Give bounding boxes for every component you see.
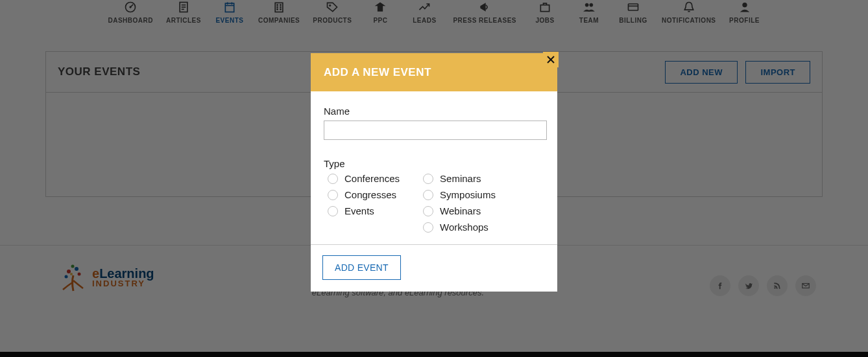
radio-label: Symposiums [440, 189, 496, 200]
modal-title: ADD A NEW EVENT [311, 53, 557, 91]
radio-icon [423, 190, 433, 200]
modal-close-button[interactable] [543, 52, 559, 67]
event-name-input[interactable] [324, 121, 547, 140]
type-field-label: Type [324, 158, 544, 169]
event-type-radio[interactable]: Congresses [328, 189, 400, 200]
name-field-label: Name [324, 106, 544, 117]
radio-icon [328, 174, 338, 184]
radio-label: Webinars [440, 205, 481, 216]
add-event-modal: ADD A NEW EVENT Name Type ConferencesCon… [311, 53, 557, 292]
event-type-radio[interactable]: Events [328, 205, 400, 216]
radio-label: Seminars [440, 173, 481, 184]
radio-label: Conferences [344, 173, 400, 184]
event-type-radio[interactable]: Workshops [423, 222, 496, 233]
radio-icon [423, 222, 433, 233]
radio-label: Events [344, 205, 374, 216]
modal-body: Name Type ConferencesCongressesEvents Se… [311, 91, 557, 244]
add-event-submit-button[interactable]: ADD EVENT [322, 255, 401, 280]
radio-label: Workshops [440, 222, 488, 233]
radio-icon [423, 206, 433, 216]
event-type-radio[interactable]: Webinars [423, 205, 496, 216]
type-options: ConferencesCongressesEvents SeminarsSymp… [324, 173, 544, 233]
radio-icon [328, 190, 338, 200]
radio-label: Congresses [344, 189, 396, 200]
modal-footer: ADD EVENT [311, 245, 557, 292]
event-type-radio[interactable]: Seminars [423, 173, 496, 184]
radio-icon [328, 206, 338, 216]
event-type-radio[interactable]: Conferences [328, 173, 400, 184]
radio-icon [423, 174, 433, 184]
event-type-radio[interactable]: Symposiums [423, 189, 496, 200]
